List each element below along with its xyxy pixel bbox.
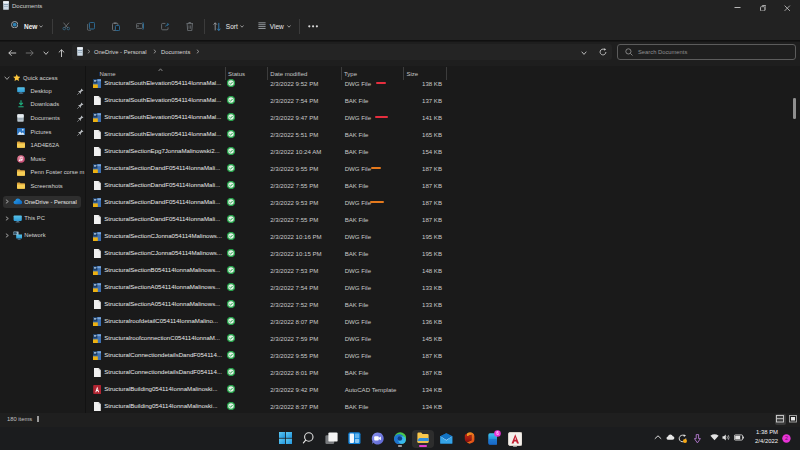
svg-text:2: 2	[785, 435, 788, 441]
svg-text:6: 6	[496, 431, 499, 436]
